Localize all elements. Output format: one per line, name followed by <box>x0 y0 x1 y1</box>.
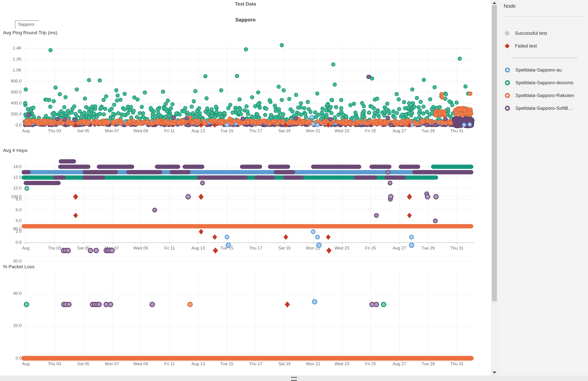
legend-item-docomo[interactable]: Spelldata-Sapporo-docomo <box>505 80 573 86</box>
scroll-up-icon[interactable] <box>493 2 496 4</box>
legend-label: Spelldata-Sapporo-docomo <box>515 80 573 86</box>
legend-label: Spelldata-Sapporo-SoftB… <box>515 106 573 111</box>
chart3-axis-title: % Packet Loss <box>3 264 35 270</box>
legend-item-softbank[interactable]: Spelldata-Sapporo-SoftB… <box>505 105 573 111</box>
facet-title: Sapporo <box>0 17 491 23</box>
legend-label: Successful test <box>515 30 547 36</box>
panel-title: Node <box>504 3 516 9</box>
series-softbank-icon <box>505 106 510 111</box>
scrollbar-thumb[interactable] <box>492 5 497 301</box>
divider <box>512 58 577 58</box>
charts-canvas[interactable] <box>0 0 491 376</box>
chart1-axis-title: Avg Ping Round Trip (ms) <box>3 30 57 36</box>
legend-item-successful[interactable]: Successful test <box>505 30 547 36</box>
bottom-resize-bar <box>0 376 588 381</box>
scroll-down-icon[interactable] <box>493 372 496 374</box>
page-title: Test Data <box>0 1 491 7</box>
series-au-icon <box>505 68 510 72</box>
chart2-axis-title: Avg # Hops <box>3 148 28 153</box>
legend-label: Spelldata-Sapporo-au <box>515 67 562 73</box>
divider <box>503 16 586 17</box>
legend-item-failed[interactable]: Failed test <box>505 43 537 49</box>
resize-handle-icon[interactable] <box>291 377 297 381</box>
chart-area: Test Data Sapporo Sapporo Avg Ping Round… <box>0 0 491 376</box>
legend-panel: Node Successful test Failed test Spellda… <box>498 0 588 376</box>
legend-item-rakuten[interactable]: Spelldata-Sapporo-Rakuten <box>505 92 574 98</box>
legend-label: Failed test <box>515 43 537 49</box>
series-docomo-icon <box>505 80 510 85</box>
failed-test-icon <box>505 44 510 48</box>
facet-label: Sapporo <box>18 22 34 27</box>
vertical-scrollbar[interactable] <box>491 0 498 376</box>
legend-item-au[interactable]: Spelldata-Sapporo-au <box>505 67 562 73</box>
successful-test-icon <box>505 31 509 36</box>
legend-label: Spelldata-Sapporo-Rakuten <box>515 93 574 98</box>
series-rakuten-icon <box>505 93 510 98</box>
